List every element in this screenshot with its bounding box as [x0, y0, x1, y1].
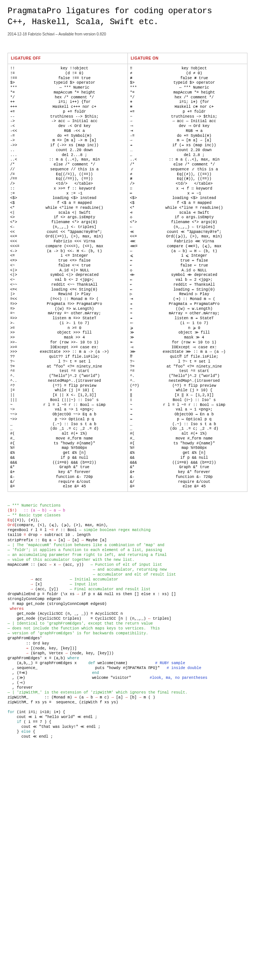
operator: <= [10, 254, 24, 259]
operator-ligature: ?= [129, 364, 145, 369]
table-row: <|scala <| Swift [10, 211, 126, 216]
table-row: _(do _1 .= c; _2 .= d) [10, 427, 126, 431]
example: (n,_,_) <- triples] [24, 225, 126, 230]
code-line: , sequence_ puts "howdy #{ΠΡΑΓΜΑΤΑ ΠΡΟ}"… [8, 666, 247, 671]
operator-ligature: ↜ [129, 264, 145, 268]
table-row: -<<RGB -<< a [10, 129, 126, 134]
table-row: ↢val b ↢ 2 <jpg>; [129, 278, 246, 283]
operator-ligature: ≪ [129, 230, 145, 235]
operator-ligature: $> [129, 81, 145, 86]
operator: ++ [10, 100, 24, 105]
operator-ligature: ⊧ [129, 388, 145, 393]
table-row: <*while <*line = readLine() [10, 206, 126, 211]
example: require &/cout [24, 480, 126, 485]
operator: .. [10, 148, 24, 153]
code-line: , (=≪) end [8, 671, 247, 675]
operator: =>> [10, 302, 24, 307]
operator: => [10, 307, 24, 312]
operator: >> [10, 331, 24, 336]
operator: -- [10, 115, 24, 119]
example-ligature: Ord((⩾)), (>), max, min) [145, 234, 246, 239]
example: move #_form name [24, 436, 126, 441]
operator-ligature: → [129, 138, 145, 143]
operator-ligature: ‥ [129, 148, 145, 153]
table-row: ≫object ≫ fill [129, 331, 246, 336]
table-row: ◇A.id ◇ NULL [129, 268, 246, 273]
table-row: ^=test ^= start [10, 369, 126, 374]
operator-ligature: _ [129, 427, 145, 431]
table-row: ?~l ?~ t = set l [129, 360, 246, 364]
operator-ligature: ◇ [129, 268, 145, 273]
operator: >>> [10, 350, 24, 355]
operator-ligature: #_ [129, 436, 145, 441]
operator-ligature: <$> [129, 196, 145, 201]
code-line: } else { [8, 729, 247, 734]
operator-ligature: ⋘= [129, 244, 145, 249]
example: Rewind |> Play [24, 292, 126, 297]
table-row: ::x >>= f :: keyword [10, 186, 126, 191]
example-ligature: (⤛) :: Monad m ⇒ ( [145, 297, 246, 302]
example: Fabrizio <<< Virna [24, 239, 126, 244]
table-row: =>>Pragmata =>> PragmataPro [10, 302, 126, 307]
example: f <$ a = mapped [24, 201, 126, 206]
operator: != [10, 71, 24, 76]
table-row: ..count 2..20 down [10, 148, 126, 153]
code-line: tail10 = drop ∘ subtract 10 . length [8, 533, 247, 538]
operator-ligature: #{ [129, 441, 145, 446]
operator-ligature: ≠ [129, 71, 145, 76]
table-row: ≠(d ≠ 0) [129, 71, 246, 76]
example-ligature: for (row ⤜ 10 to 1) [145, 340, 246, 345]
table-row: ‖[X ‖ X ← [1,2,3]] [129, 393, 246, 398]
operator-ligature: %= [129, 446, 145, 451]
example-ligature: require &/cout [145, 480, 246, 485]
example: x := −1 [24, 191, 126, 196]
example-ligature: RGB ⤛ a [145, 129, 246, 134]
operator-ligature: ↝ [129, 407, 145, 412]
table-row: ^=test ^= start [129, 369, 246, 374]
example-ligature: Haskell c⧻ nor c+ [145, 105, 246, 110]
table-row: <-(n,_,_) <- triples] [10, 225, 126, 230]
table-row: ↢loading ↢ Sting(0) [129, 288, 246, 293]
example-ligature: Eq((≢)), ((==)) [145, 177, 246, 182]
example: true <=> false [24, 259, 126, 264]
table-row: /*else /* comment */ [129, 162, 246, 167]
operator-ligature: ⫤ [129, 345, 145, 350]
example-ligature: (n,_,_) ← triples] [145, 225, 246, 230]
operator: <$> [10, 196, 24, 201]
table-row: ⩽i ⩽ Integer [129, 254, 246, 259]
table-row: $>typeid $> operator [129, 81, 246, 86]
table-row: _(.~) :: Iso s t a b [10, 422, 126, 427]
table-row: ?=at "foo" <?= ninety_nine [10, 364, 126, 369]
operator: |= [10, 388, 24, 393]
example-ligature: move #_form name [145, 436, 246, 441]
operator: <-> [10, 249, 24, 254]
table-row: ⤜for (row ⤜ 10 to 1) [129, 340, 246, 345]
operator-ligature: ⁇ [129, 355, 145, 360]
operator: /> [10, 182, 24, 186]
table-row: &-function &- 720p [129, 475, 246, 480]
table-row: ~>val a ~> 1 <png>; [10, 407, 126, 412]
table-row: %=map %=500px [10, 446, 126, 451]
operator: &&& [10, 461, 24, 466]
table-row: ≢Eq((≢)), ((==)) [129, 177, 246, 182]
table-row: $>typeid $> operator [10, 81, 126, 86]
example: [X || X <- [1,2,3]] [24, 393, 126, 398]
example: p ~>> Optical p q [24, 417, 126, 422]
example-ligature: count 2‥20 down [145, 148, 246, 153]
table-row: <*while <*line = readLine() [129, 206, 246, 211]
table-row: <$f <$ a = mapped [10, 201, 126, 206]
operator: && [10, 456, 24, 461]
operator-ligature: ≢ [129, 76, 145, 81]
example-ligature: sequence ⫽ this is a [145, 167, 246, 172]
example: at "foo" <?= ninety_nine [24, 364, 126, 369]
example: (d != 0) [24, 71, 126, 76]
table-row: ⤚(i ⤚ 1 to 7) [129, 321, 246, 326]
table-row: >=n >= 0 [10, 326, 126, 331]
example-ligature: listen m ↠ StateT [145, 316, 246, 321]
table-row: <=i <= Integer [10, 254, 126, 259]
code-line: Eq((=)), (≠)), [8, 518, 247, 523]
example: false !== true [24, 76, 126, 81]
example: val a ~> 1 <png>; [24, 407, 126, 412]
table-row: ||[X || X <- [1,2,3]] [10, 393, 126, 398]
table-row: /*else /* comment */ [10, 162, 126, 167]
